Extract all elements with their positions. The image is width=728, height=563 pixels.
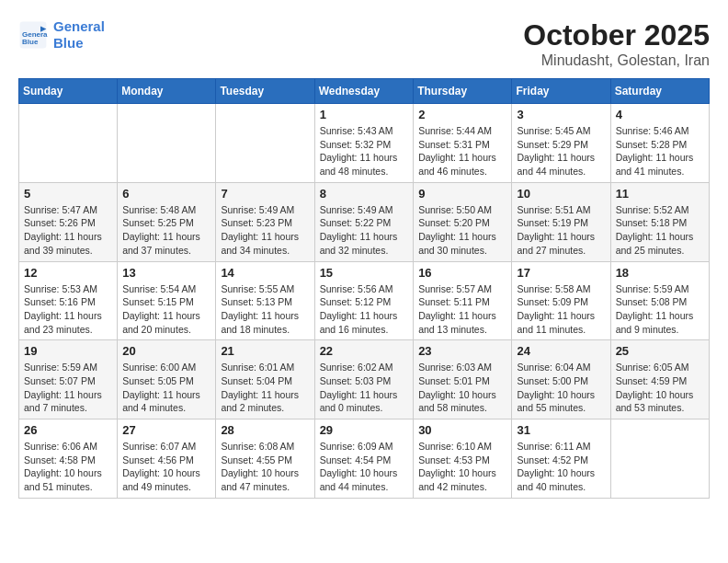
day-cell: 9Sunrise: 5:50 AM Sunset: 5:20 PM Daylig… bbox=[414, 182, 512, 261]
weekday-header-wednesday: Wednesday bbox=[314, 79, 414, 104]
day-info: Sunrise: 6:07 AM Sunset: 4:56 PM Dayligh… bbox=[122, 440, 210, 494]
day-cell bbox=[216, 104, 314, 183]
weekday-header-saturday: Saturday bbox=[610, 79, 709, 104]
weekday-header-monday: Monday bbox=[118, 79, 216, 104]
day-info: Sunrise: 5:59 AM Sunset: 5:07 PM Dayligh… bbox=[24, 361, 112, 415]
day-info: Sunrise: 5:44 AM Sunset: 5:31 PM Dayligh… bbox=[418, 124, 506, 178]
calendar-table: SundayMondayTuesdayWednesdayThursdayFrid… bbox=[18, 78, 710, 499]
day-number: 14 bbox=[221, 266, 309, 280]
day-info: Sunrise: 5:57 AM Sunset: 5:11 PM Dayligh… bbox=[418, 282, 506, 337]
day-info: Sunrise: 5:46 AM Sunset: 5:28 PM Dayligh… bbox=[616, 124, 704, 178]
day-info: Sunrise: 5:43 AM Sunset: 5:32 PM Dayligh… bbox=[320, 124, 409, 178]
day-number: 24 bbox=[517, 344, 605, 358]
day-cell: 28Sunrise: 6:08 AM Sunset: 4:55 PM Dayli… bbox=[216, 419, 314, 499]
day-info: Sunrise: 6:10 AM Sunset: 4:53 PM Dayligh… bbox=[418, 440, 506, 494]
day-cell: 23Sunrise: 6:03 AM Sunset: 5:01 PM Dayli… bbox=[414, 340, 512, 419]
day-number: 1 bbox=[320, 108, 409, 121]
logo-icon: General Blue bbox=[18, 20, 48, 50]
day-cell: 7Sunrise: 5:49 AM Sunset: 5:23 PM Daylig… bbox=[216, 182, 314, 261]
day-cell: 4Sunrise: 5:46 AM Sunset: 5:28 PM Daylig… bbox=[610, 104, 709, 183]
day-cell: 2Sunrise: 5:44 AM Sunset: 5:31 PM Daylig… bbox=[414, 104, 512, 183]
day-number: 6 bbox=[122, 187, 210, 201]
day-number: 27 bbox=[122, 423, 210, 437]
day-info: Sunrise: 5:51 AM Sunset: 5:19 PM Dayligh… bbox=[517, 203, 605, 258]
day-cell: 14Sunrise: 5:55 AM Sunset: 5:13 PM Dayli… bbox=[216, 261, 314, 340]
day-info: Sunrise: 6:01 AM Sunset: 5:04 PM Dayligh… bbox=[221, 361, 309, 415]
logo: General Blue General Blue bbox=[18, 18, 105, 52]
day-cell: 25Sunrise: 6:05 AM Sunset: 4:59 PM Dayli… bbox=[610, 340, 709, 419]
day-info: Sunrise: 5:52 AM Sunset: 5:18 PM Dayligh… bbox=[616, 203, 704, 258]
day-number: 8 bbox=[320, 187, 409, 201]
logo-text: General Blue bbox=[53, 18, 105, 52]
day-cell bbox=[610, 419, 709, 499]
day-info: Sunrise: 5:45 AM Sunset: 5:29 PM Dayligh… bbox=[517, 124, 605, 178]
day-info: Sunrise: 6:05 AM Sunset: 4:59 PM Dayligh… bbox=[616, 361, 704, 415]
day-cell bbox=[118, 104, 216, 183]
day-info: Sunrise: 6:11 AM Sunset: 4:52 PM Dayligh… bbox=[517, 440, 605, 494]
day-info: Sunrise: 5:49 AM Sunset: 5:23 PM Dayligh… bbox=[221, 203, 309, 258]
day-number: 28 bbox=[221, 423, 309, 437]
day-cell bbox=[19, 104, 118, 183]
weekday-header-sunday: Sunday bbox=[19, 79, 118, 104]
day-number: 25 bbox=[616, 344, 704, 358]
day-info: Sunrise: 5:55 AM Sunset: 5:13 PM Dayligh… bbox=[221, 282, 309, 337]
day-info: Sunrise: 6:04 AM Sunset: 5:00 PM Dayligh… bbox=[517, 361, 605, 415]
day-number: 23 bbox=[418, 344, 506, 358]
day-cell: 3Sunrise: 5:45 AM Sunset: 5:29 PM Daylig… bbox=[512, 104, 610, 183]
month-title: October 2025 bbox=[523, 18, 710, 52]
day-number: 20 bbox=[122, 344, 210, 358]
day-number: 29 bbox=[320, 423, 409, 437]
day-info: Sunrise: 5:58 AM Sunset: 5:09 PM Dayligh… bbox=[517, 282, 605, 337]
day-number: 4 bbox=[616, 108, 704, 121]
logo-line1: General bbox=[53, 18, 105, 34]
week-row-3: 12Sunrise: 5:53 AM Sunset: 5:16 PM Dayli… bbox=[19, 261, 710, 340]
day-number: 26 bbox=[24, 423, 112, 437]
day-info: Sunrise: 6:09 AM Sunset: 4:54 PM Dayligh… bbox=[320, 440, 409, 494]
day-cell: 11Sunrise: 5:52 AM Sunset: 5:18 PM Dayli… bbox=[610, 182, 709, 261]
day-cell: 16Sunrise: 5:57 AM Sunset: 5:11 PM Dayli… bbox=[414, 261, 512, 340]
day-info: Sunrise: 6:06 AM Sunset: 4:58 PM Dayligh… bbox=[24, 440, 112, 494]
day-info: Sunrise: 6:08 AM Sunset: 4:55 PM Dayligh… bbox=[221, 440, 309, 494]
logo-line2: Blue bbox=[53, 35, 84, 51]
day-cell: 31Sunrise: 6:11 AM Sunset: 4:52 PM Dayli… bbox=[512, 419, 610, 499]
day-info: Sunrise: 6:02 AM Sunset: 5:03 PM Dayligh… bbox=[320, 361, 409, 415]
weekday-header-friday: Friday bbox=[512, 79, 610, 104]
week-row-2: 5Sunrise: 5:47 AM Sunset: 5:26 PM Daylig… bbox=[19, 182, 710, 261]
svg-text:General: General bbox=[22, 30, 48, 39]
day-number: 31 bbox=[517, 423, 605, 437]
week-row-4: 19Sunrise: 5:59 AM Sunset: 5:07 PM Dayli… bbox=[19, 340, 710, 419]
day-cell: 10Sunrise: 5:51 AM Sunset: 5:19 PM Dayli… bbox=[512, 182, 610, 261]
week-row-1: 1Sunrise: 5:43 AM Sunset: 5:32 PM Daylig… bbox=[19, 104, 710, 183]
svg-text:Blue: Blue bbox=[22, 38, 39, 46]
weekday-header-row: SundayMondayTuesdayWednesdayThursdayFrid… bbox=[19, 79, 710, 104]
day-info: Sunrise: 5:48 AM Sunset: 5:25 PM Dayligh… bbox=[122, 203, 210, 258]
day-info: Sunrise: 6:03 AM Sunset: 5:01 PM Dayligh… bbox=[418, 361, 506, 415]
day-number: 12 bbox=[24, 266, 112, 280]
day-number: 16 bbox=[418, 266, 506, 280]
day-number: 5 bbox=[24, 187, 112, 201]
day-cell: 21Sunrise: 6:01 AM Sunset: 5:04 PM Dayli… bbox=[216, 340, 314, 419]
day-cell: 20Sunrise: 6:00 AM Sunset: 5:05 PM Dayli… bbox=[118, 340, 216, 419]
day-cell: 12Sunrise: 5:53 AM Sunset: 5:16 PM Dayli… bbox=[19, 261, 118, 340]
day-info: Sunrise: 5:59 AM Sunset: 5:08 PM Dayligh… bbox=[616, 282, 704, 337]
day-info: Sunrise: 5:50 AM Sunset: 5:20 PM Dayligh… bbox=[418, 203, 506, 258]
day-info: Sunrise: 6:00 AM Sunset: 5:05 PM Dayligh… bbox=[122, 361, 210, 415]
day-cell: 15Sunrise: 5:56 AM Sunset: 5:12 PM Dayli… bbox=[314, 261, 414, 340]
day-cell: 5Sunrise: 5:47 AM Sunset: 5:26 PM Daylig… bbox=[19, 182, 118, 261]
day-cell: 30Sunrise: 6:10 AM Sunset: 4:53 PM Dayli… bbox=[414, 419, 512, 499]
weekday-header-thursday: Thursday bbox=[414, 79, 512, 104]
day-info: Sunrise: 5:49 AM Sunset: 5:22 PM Dayligh… bbox=[320, 203, 409, 258]
day-number: 18 bbox=[616, 266, 704, 280]
day-number: 21 bbox=[221, 344, 309, 358]
day-cell: 26Sunrise: 6:06 AM Sunset: 4:58 PM Dayli… bbox=[19, 419, 118, 499]
day-cell: 27Sunrise: 6:07 AM Sunset: 4:56 PM Dayli… bbox=[118, 419, 216, 499]
day-info: Sunrise: 5:53 AM Sunset: 5:16 PM Dayligh… bbox=[24, 282, 112, 337]
day-number: 15 bbox=[320, 266, 409, 280]
day-cell: 6Sunrise: 5:48 AM Sunset: 5:25 PM Daylig… bbox=[118, 182, 216, 261]
day-number: 3 bbox=[517, 108, 605, 121]
day-info: Sunrise: 5:56 AM Sunset: 5:12 PM Dayligh… bbox=[320, 282, 409, 337]
day-cell: 29Sunrise: 6:09 AM Sunset: 4:54 PM Dayli… bbox=[314, 419, 414, 499]
day-number: 22 bbox=[320, 344, 409, 358]
weekday-header-tuesday: Tuesday bbox=[216, 79, 314, 104]
page-header: General Blue General Blue October 2025 M… bbox=[18, 18, 710, 69]
